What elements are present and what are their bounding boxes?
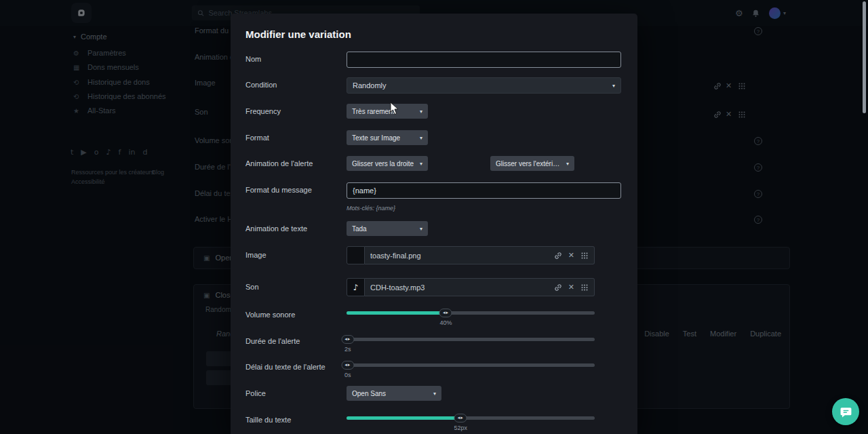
text-animation-select[interactable]: Tada ▾ (347, 221, 428, 236)
font-select[interactable]: Open Sans ▾ (347, 386, 441, 401)
field-label-nom: Nom (245, 55, 344, 63)
font-size-slider-handle[interactable]: ◂▸ (454, 414, 467, 422)
font-size-slider[interactable]: ◂▸ (347, 416, 595, 420)
format-message-input[interactable] (347, 182, 621, 199)
image-filename: toasty-final.png (370, 252, 554, 260)
frequency-value: Très rarement (352, 108, 394, 115)
field-label-delai: Délai du texte de l'alerte (245, 363, 344, 371)
chevron-down-icon: ▾ (612, 83, 615, 89)
edit-variation-modal: Modifier une variation Nom Condition Ran… (231, 14, 637, 434)
text-animation-value: Tada (352, 225, 367, 233)
field-label-animation-alerte: Animation de l'alerte (245, 159, 344, 167)
modal-title: Modifier une variation (245, 28, 351, 40)
format-value: Texte sur Image (352, 134, 400, 142)
mouse-cursor (390, 102, 399, 118)
text-delay-slider-handle[interactable]: ◂▸ (341, 361, 354, 370)
sound-filename: CDH-toasty.mp3 (370, 283, 554, 292)
font-size-slider-fill (347, 416, 460, 420)
remove-icon[interactable]: ✕ (568, 283, 574, 292)
animation-out-select[interactable]: Glisser vers l'extérieur ... ▾ (490, 156, 574, 171)
image-file-row: toasty-final.png ✕ (347, 246, 595, 264)
duration-value: 2s (344, 346, 351, 353)
chevron-down-icon: ▾ (420, 108, 422, 115)
field-label-duree: Durée de l'alerte (245, 337, 344, 345)
text-delay-slider[interactable]: ◂▸ (347, 363, 595, 367)
sound-filebox[interactable]: CDH-toasty.mp3 ✕ (365, 278, 595, 296)
field-label-format-message: Format du message (245, 186, 344, 194)
format-message-hint: Mots-clés: {name} (347, 205, 395, 212)
chat-support-button[interactable] (832, 398, 859, 425)
page: ⚙ ▾ ▾ Compte ⚙ Paramètres ▦ Dons mensuel… (0, 0, 868, 434)
font-value: Open Sans (352, 390, 386, 397)
chevron-down-icon: ▾ (433, 391, 436, 397)
chevron-down-icon: ▾ (420, 161, 422, 167)
format-select[interactable]: Texte sur Image ▾ (347, 130, 428, 145)
field-label-son: Son (245, 283, 344, 291)
field-label-condition: Condition (245, 81, 344, 89)
field-label-police: Police (245, 389, 344, 397)
chevron-down-icon: ▾ (420, 226, 422, 232)
media-grid-icon[interactable] (580, 252, 589, 260)
image-filebox[interactable]: toasty-final.png ✕ (365, 246, 595, 264)
frequency-select[interactable]: Très rarement ▾ (347, 104, 428, 119)
volume-slider-handle[interactable]: ◂▸ (439, 309, 452, 317)
animation-in-select[interactable]: Glisser vers la droite ▾ (347, 156, 428, 171)
nom-input[interactable] (347, 52, 621, 68)
link-icon[interactable] (554, 283, 562, 292)
volume-slider-fill (347, 311, 446, 315)
volume-slider[interactable]: ◂▸ (347, 311, 595, 315)
duration-slider-handle[interactable]: ◂▸ (341, 335, 354, 344)
animation-in-value: Glisser vers la droite (352, 160, 414, 167)
remove-icon[interactable]: ✕ (568, 251, 574, 260)
music-note-icon[interactable]: ♪ (347, 278, 365, 296)
animation-out-value: Glisser vers l'extérieur ... (496, 160, 562, 167)
field-label-animation-texte: Animation de texte (245, 224, 344, 233)
condition-select[interactable]: Randomly ▾ (347, 77, 621, 94)
font-size-value: 52px (454, 425, 468, 431)
image-thumbnail[interactable] (347, 246, 365, 264)
chevron-down-icon: ▾ (420, 135, 422, 141)
field-label-format: Format (245, 134, 344, 142)
media-grid-icon[interactable] (580, 283, 589, 292)
field-label-taille: Taille du texte (245, 416, 344, 424)
scrollbar-thumb[interactable] (863, 1, 866, 113)
link-icon[interactable] (554, 252, 562, 260)
chat-bubble-icon (840, 406, 852, 418)
condition-value: Randomly (353, 81, 387, 90)
field-label-image: Image (245, 251, 344, 259)
duration-slider[interactable]: ◂▸ (347, 338, 595, 341)
sound-file-row: ♪ CDH-toasty.mp3 ✕ (347, 278, 595, 296)
volume-value: 40% (439, 319, 452, 326)
field-label-volume: Volume sonore (245, 311, 344, 319)
field-label-frequency: Frequency (245, 107, 344, 115)
text-delay-value: 0s (344, 372, 351, 378)
chevron-down-icon: ▾ (566, 161, 569, 167)
